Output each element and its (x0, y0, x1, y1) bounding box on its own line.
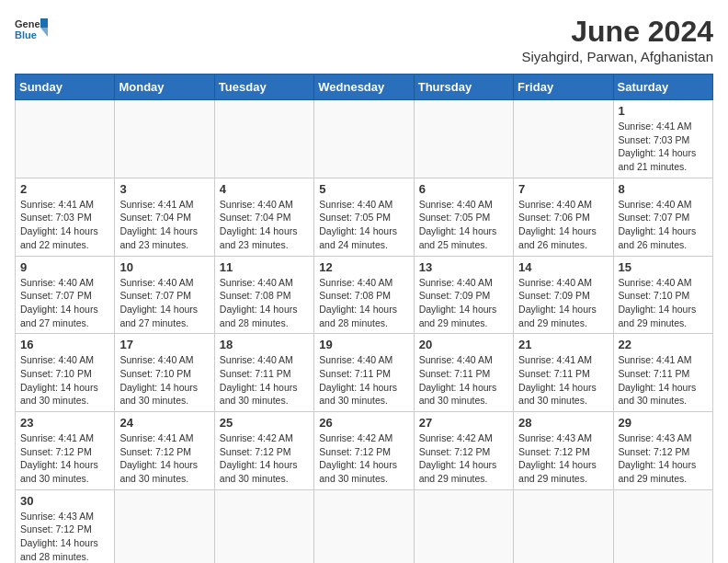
weekday-header-row: Sunday Monday Tuesday Wednesday Thursday… (16, 75, 713, 100)
day-number: 9 (20, 260, 109, 274)
day-number: 5 (319, 182, 408, 196)
header-wednesday: Wednesday (314, 75, 414, 100)
day-number: 14 (518, 260, 608, 274)
table-row: 22Sunrise: 4:41 AM Sunset: 7:11 PM Dayli… (613, 334, 712, 412)
day-number: 11 (220, 260, 309, 274)
day-info: Sunrise: 4:40 AM Sunset: 7:07 PM Dayligh… (119, 276, 209, 330)
table-row: 17Sunrise: 4:40 AM Sunset: 7:10 PM Dayli… (115, 334, 214, 412)
svg-marker-2 (40, 18, 48, 28)
header-friday: Friday (514, 75, 613, 100)
table-row: 7Sunrise: 4:40 AM Sunset: 7:06 PM Daylig… (514, 178, 613, 256)
table-row (214, 100, 313, 178)
table-row (514, 100, 613, 178)
day-info: Sunrise: 4:40 AM Sunset: 7:11 PM Dayligh… (419, 353, 508, 408)
day-info: Sunrise: 4:40 AM Sunset: 7:09 PM Dayligh… (518, 276, 608, 330)
table-row: 13Sunrise: 4:40 AM Sunset: 7:09 PM Dayli… (414, 256, 513, 334)
calendar-row: 16Sunrise: 4:40 AM Sunset: 7:10 PM Dayli… (16, 334, 713, 412)
day-info: Sunrise: 4:40 AM Sunset: 7:05 PM Dayligh… (419, 198, 508, 252)
day-info: Sunrise: 4:40 AM Sunset: 7:09 PM Dayligh… (419, 276, 508, 330)
day-number: 30 (20, 494, 109, 508)
day-info: Sunrise: 4:40 AM Sunset: 7:11 PM Dayligh… (319, 353, 408, 408)
page-header: General Blue June 2024 Siyahgird, Parwan… (15, 15, 713, 64)
day-number: 2 (20, 182, 109, 196)
table-row: 18Sunrise: 4:40 AM Sunset: 7:11 PM Dayli… (214, 334, 313, 412)
day-number: 3 (119, 182, 209, 196)
header-tuesday: Tuesday (214, 75, 313, 100)
day-number: 7 (518, 182, 608, 196)
day-number: 13 (419, 260, 508, 274)
svg-marker-3 (40, 28, 48, 37)
day-info: Sunrise: 4:41 AM Sunset: 7:03 PM Dayligh… (619, 120, 708, 174)
day-info: Sunrise: 4:42 AM Sunset: 7:12 PM Dayligh… (220, 431, 309, 486)
day-info: Sunrise: 4:41 AM Sunset: 7:04 PM Dayligh… (119, 198, 209, 252)
header-sunday: Sunday (16, 75, 115, 100)
day-info: Sunrise: 4:41 AM Sunset: 7:12 PM Dayligh… (119, 431, 209, 486)
day-info: Sunrise: 4:43 AM Sunset: 7:12 PM Dayligh… (20, 510, 109, 563)
table-row (115, 489, 214, 563)
title-area: June 2024 Siyahgird, Parwan, Afghanistan (522, 15, 713, 64)
day-number: 27 (419, 416, 508, 430)
day-info: Sunrise: 4:43 AM Sunset: 7:12 PM Dayligh… (518, 431, 608, 486)
table-row (214, 489, 313, 563)
table-row: 30Sunrise: 4:43 AM Sunset: 7:12 PM Dayli… (16, 489, 115, 563)
table-row: 19Sunrise: 4:40 AM Sunset: 7:11 PM Dayli… (314, 334, 414, 412)
day-info: Sunrise: 4:40 AM Sunset: 7:08 PM Dayligh… (220, 276, 309, 330)
calendar-row: 23Sunrise: 4:41 AM Sunset: 7:12 PM Dayli… (16, 412, 713, 490)
day-info: Sunrise: 4:41 AM Sunset: 7:03 PM Dayligh… (20, 198, 109, 252)
table-row: 24Sunrise: 4:41 AM Sunset: 7:12 PM Dayli… (115, 412, 214, 490)
day-number: 16 (20, 338, 109, 351)
day-number: 6 (419, 182, 508, 196)
table-row (16, 100, 115, 178)
table-row: 3Sunrise: 4:41 AM Sunset: 7:04 PM Daylig… (115, 178, 214, 256)
table-row (613, 489, 712, 563)
day-info: Sunrise: 4:40 AM Sunset: 7:04 PM Dayligh… (220, 198, 309, 252)
day-info: Sunrise: 4:42 AM Sunset: 7:12 PM Dayligh… (319, 431, 408, 486)
day-info: Sunrise: 4:41 AM Sunset: 7:12 PM Dayligh… (20, 431, 109, 486)
calendar-row: 2Sunrise: 4:41 AM Sunset: 7:03 PM Daylig… (16, 178, 713, 256)
calendar-table: Sunday Monday Tuesday Wednesday Thursday… (15, 74, 713, 563)
day-info: Sunrise: 4:40 AM Sunset: 7:10 PM Dayligh… (119, 353, 209, 408)
table-row: 8Sunrise: 4:40 AM Sunset: 7:07 PM Daylig… (613, 178, 712, 256)
location-subtitle: Siyahgird, Parwan, Afghanistan (522, 49, 713, 64)
logo: General Blue (15, 15, 48, 40)
day-number: 18 (220, 338, 309, 351)
day-number: 4 (220, 182, 309, 196)
day-number: 8 (619, 182, 708, 196)
table-row: 9Sunrise: 4:40 AM Sunset: 7:07 PM Daylig… (16, 256, 115, 334)
calendar-row: 30Sunrise: 4:43 AM Sunset: 7:12 PM Dayli… (16, 489, 713, 563)
day-number: 21 (518, 338, 608, 351)
day-number: 1 (619, 104, 708, 118)
svg-text:Blue: Blue (15, 29, 37, 40)
header-saturday: Saturday (613, 75, 712, 100)
table-row: 27Sunrise: 4:42 AM Sunset: 7:12 PM Dayli… (414, 412, 513, 490)
table-row (414, 489, 513, 563)
day-info: Sunrise: 4:41 AM Sunset: 7:11 PM Dayligh… (518, 353, 608, 408)
table-row: 23Sunrise: 4:41 AM Sunset: 7:12 PM Dayli… (16, 412, 115, 490)
table-row (314, 100, 414, 178)
calendar-row: 9Sunrise: 4:40 AM Sunset: 7:07 PM Daylig… (16, 256, 713, 334)
day-number: 17 (119, 338, 209, 351)
table-row: 11Sunrise: 4:40 AM Sunset: 7:08 PM Dayli… (214, 256, 313, 334)
table-row: 15Sunrise: 4:40 AM Sunset: 7:10 PM Dayli… (613, 256, 712, 334)
table-row: 4Sunrise: 4:40 AM Sunset: 7:04 PM Daylig… (214, 178, 313, 256)
day-number: 19 (319, 338, 408, 351)
month-title: June 2024 (522, 15, 713, 49)
day-number: 25 (220, 416, 309, 430)
day-info: Sunrise: 4:40 AM Sunset: 7:10 PM Dayligh… (619, 276, 708, 330)
day-info: Sunrise: 4:40 AM Sunset: 7:05 PM Dayligh… (319, 198, 408, 252)
calendar-row: 1Sunrise: 4:41 AM Sunset: 7:03 PM Daylig… (16, 100, 713, 178)
table-row: 5Sunrise: 4:40 AM Sunset: 7:05 PM Daylig… (314, 178, 414, 256)
day-info: Sunrise: 4:40 AM Sunset: 7:10 PM Dayligh… (20, 353, 109, 408)
table-row: 14Sunrise: 4:40 AM Sunset: 7:09 PM Dayli… (514, 256, 613, 334)
table-row: 2Sunrise: 4:41 AM Sunset: 7:03 PM Daylig… (16, 178, 115, 256)
day-info: Sunrise: 4:40 AM Sunset: 7:07 PM Dayligh… (619, 198, 708, 252)
table-row: 12Sunrise: 4:40 AM Sunset: 7:08 PM Dayli… (314, 256, 414, 334)
day-number: 15 (619, 260, 708, 274)
table-row (414, 100, 513, 178)
table-row: 20Sunrise: 4:40 AM Sunset: 7:11 PM Dayli… (414, 334, 513, 412)
table-row (115, 100, 214, 178)
header-monday: Monday (115, 75, 214, 100)
day-number: 24 (119, 416, 209, 430)
table-row: 10Sunrise: 4:40 AM Sunset: 7:07 PM Dayli… (115, 256, 214, 334)
day-info: Sunrise: 4:40 AM Sunset: 7:11 PM Dayligh… (220, 353, 309, 408)
